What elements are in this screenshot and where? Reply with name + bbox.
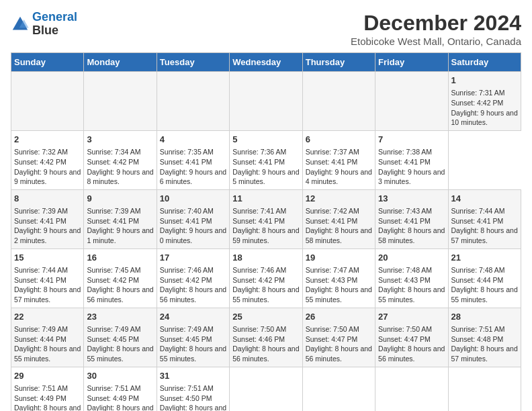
sunset-time: Sunset: 4:41 PM — [14, 217, 66, 225]
sunrise-time: Sunrise: 7:46 AM — [232, 266, 286, 274]
col-header-monday: Monday — [84, 53, 157, 72]
daylight-hours: Daylight: 8 hours and 57 minutes. — [14, 285, 81, 304]
daylight-hours: Daylight: 9 hours and 0 minutes. — [160, 226, 226, 244]
day-number: 18 — [232, 252, 299, 264]
calendar-cell — [84, 72, 157, 131]
sunrise-time: Sunrise: 7:49 AM — [87, 325, 140, 333]
calendar-cell: 2 Sunrise: 7:32 AM Sunset: 4:42 PM Dayli… — [11, 130, 84, 189]
sunset-time: Sunset: 4:50 PM — [160, 394, 212, 402]
daylight-hours: Daylight: 8 hours and 56 minutes. — [160, 285, 226, 304]
sunset-time: Sunset: 4:41 PM — [451, 217, 504, 225]
sunrise-time: Sunrise: 7:51 AM — [14, 384, 68, 392]
sunset-time: Sunset: 4:43 PM — [378, 276, 431, 284]
sunset-time: Sunset: 4:42 PM — [160, 276, 212, 284]
col-header-saturday: Saturday — [448, 53, 521, 72]
calendar-cell: 3 Sunrise: 7:34 AM Sunset: 4:42 PM Dayli… — [84, 130, 157, 189]
sunrise-time: Sunrise: 7:45 AM — [87, 266, 140, 274]
calendar-cell: 1 Sunrise: 7:31 AM Sunset: 4:42 PM Dayli… — [448, 72, 521, 131]
sunset-time: Sunset: 4:45 PM — [160, 335, 212, 343]
sunrise-time: Sunrise: 7:50 AM — [378, 325, 432, 333]
sunrise-time: Sunrise: 7:50 AM — [306, 325, 359, 333]
logo-text: General Blue — [32, 11, 77, 38]
sunrise-time: Sunrise: 7:51 AM — [87, 384, 140, 392]
col-header-sunday: Sunday — [11, 53, 84, 72]
calendar-cell: 24 Sunrise: 7:49 AM Sunset: 4:45 PM Dayl… — [157, 308, 229, 367]
calendar-cell: 30 Sunrise: 7:51 AM Sunset: 4:49 PM Dayl… — [84, 367, 157, 411]
daylight-hours: Daylight: 8 hours and 55 minutes. — [160, 345, 226, 363]
day-number: 25 — [232, 311, 299, 323]
calendar-cell: 13 Sunrise: 7:43 AM Sunset: 4:41 PM Dayl… — [375, 189, 448, 248]
calendar-week-2: 2 Sunrise: 7:32 AM Sunset: 4:42 PM Dayli… — [11, 130, 521, 189]
calendar-cell: 21 Sunrise: 7:48 AM Sunset: 4:44 PM Dayl… — [448, 248, 521, 308]
day-number: 7 — [378, 134, 445, 146]
day-number: 29 — [14, 370, 81, 382]
day-number: 8 — [14, 193, 81, 205]
day-number: 5 — [232, 134, 299, 146]
sunset-time: Sunset: 4:48 PM — [451, 335, 504, 343]
day-number: 2 — [14, 134, 81, 146]
day-number: 9 — [87, 193, 153, 205]
sunrise-time: Sunrise: 7:41 AM — [232, 207, 286, 215]
calendar-cell: 16 Sunrise: 7:45 AM Sunset: 4:42 PM Dayl… — [84, 248, 157, 308]
sunrise-time: Sunrise: 7:35 AM — [160, 148, 214, 156]
sunrise-time: Sunrise: 7:42 AM — [306, 207, 359, 215]
calendar-cell: 4 Sunrise: 7:35 AM Sunset: 4:41 PM Dayli… — [157, 130, 229, 189]
calendar-cell — [448, 367, 521, 411]
daylight-hours: Daylight: 8 hours and 56 minutes. — [232, 345, 299, 363]
calendar-week-1: 1 Sunrise: 7:31 AM Sunset: 4:42 PM Dayli… — [11, 72, 521, 131]
sunrise-time: Sunrise: 7:34 AM — [87, 148, 140, 156]
sunset-time: Sunset: 4:45 PM — [87, 335, 139, 343]
sunrise-time: Sunrise: 7:50 AM — [232, 325, 286, 333]
day-number: 21 — [451, 252, 518, 264]
sunset-time: Sunset: 4:47 PM — [378, 335, 431, 343]
day-number: 10 — [160, 193, 226, 205]
calendar-cell: 20 Sunrise: 7:48 AM Sunset: 4:43 PM Dayl… — [375, 248, 448, 308]
daylight-hours: Daylight: 8 hours and 56 minutes. — [87, 285, 153, 304]
sunrise-time: Sunrise: 7:39 AM — [87, 207, 140, 215]
daylight-hours: Daylight: 8 hours and 57 minutes. — [451, 226, 518, 244]
daylight-hours: Daylight: 9 hours and 5 minutes. — [232, 168, 299, 186]
day-number: 23 — [87, 311, 153, 323]
sunrise-time: Sunrise: 7:38 AM — [378, 148, 432, 156]
sunset-time: Sunset: 4:41 PM — [378, 217, 431, 225]
calendar-cell: 19 Sunrise: 7:47 AM Sunset: 4:43 PM Dayl… — [302, 248, 375, 308]
calendar-cell: 17 Sunrise: 7:46 AM Sunset: 4:42 PM Dayl… — [157, 248, 229, 308]
daylight-hours: Daylight: 8 hours and 58 minutes. — [87, 404, 153, 411]
calendar-cell — [11, 72, 84, 131]
calendar-cell: 12 Sunrise: 7:42 AM Sunset: 4:41 PM Dayl… — [302, 189, 375, 248]
calendar-cell: 10 Sunrise: 7:40 AM Sunset: 4:41 PM Dayl… — [157, 189, 229, 248]
daylight-hours: Daylight: 9 hours and 9 minutes. — [14, 168, 81, 186]
day-number: 4 — [160, 134, 226, 146]
day-number: 24 — [160, 311, 226, 323]
calendar-cell — [230, 367, 302, 411]
day-number: 30 — [87, 370, 153, 382]
sunset-time: Sunset: 4:41 PM — [232, 217, 285, 225]
calendar-cell: 27 Sunrise: 7:50 AM Sunset: 4:47 PM Dayl… — [375, 308, 448, 367]
sunrise-time: Sunrise: 7:43 AM — [378, 207, 432, 215]
daylight-hours: Daylight: 8 hours and 55 minutes. — [306, 285, 372, 304]
day-number: 11 — [232, 193, 299, 205]
sunrise-time: Sunrise: 7:39 AM — [14, 207, 68, 215]
title-area: December 2024 Etobicoke West Mall, Ontar… — [351, 11, 521, 47]
daylight-hours: Daylight: 8 hours and 55 minutes. — [14, 345, 81, 363]
sunrise-time: Sunrise: 7:36 AM — [232, 148, 286, 156]
day-number: 28 — [451, 311, 518, 323]
day-number: 16 — [87, 252, 153, 264]
calendar-cell: 7 Sunrise: 7:38 AM Sunset: 4:41 PM Dayli… — [375, 130, 448, 189]
page-title: December 2024 — [351, 11, 521, 36]
calendar-cell — [302, 72, 375, 131]
sunrise-time: Sunrise: 7:44 AM — [451, 207, 505, 215]
sunset-time: Sunset: 4:41 PM — [160, 217, 212, 225]
sunrise-time: Sunrise: 7:32 AM — [14, 148, 68, 156]
calendar-cell: 18 Sunrise: 7:46 AM Sunset: 4:42 PM Dayl… — [230, 248, 302, 308]
daylight-hours: Daylight: 8 hours and 57 minutes. — [14, 404, 81, 411]
calendar-week-5: 22 Sunrise: 7:49 AM Sunset: 4:44 PM Dayl… — [11, 308, 521, 367]
calendar-cell: 25 Sunrise: 7:50 AM Sunset: 4:46 PM Dayl… — [230, 308, 302, 367]
calendar-cell — [157, 72, 229, 131]
calendar-cell: 22 Sunrise: 7:49 AM Sunset: 4:44 PM Dayl… — [11, 308, 84, 367]
daylight-hours: Daylight: 8 hours and 56 minutes. — [378, 345, 445, 363]
sunset-time: Sunset: 4:47 PM — [306, 335, 358, 343]
sunrise-time: Sunrise: 7:47 AM — [306, 266, 359, 274]
calendar-cell: 26 Sunrise: 7:50 AM Sunset: 4:47 PM Dayl… — [302, 308, 375, 367]
col-header-wednesday: Wednesday — [230, 53, 302, 72]
